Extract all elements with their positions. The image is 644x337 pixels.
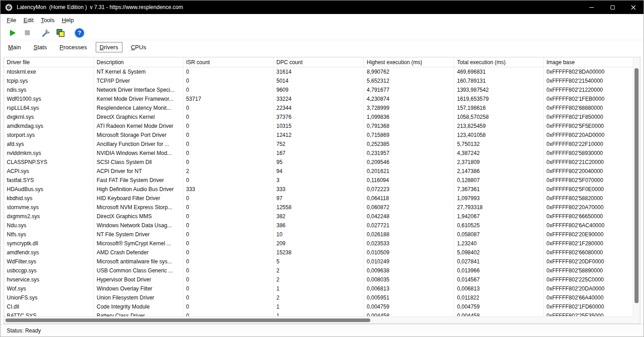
cell: 1 xyxy=(274,284,364,293)
table-row[interactable]: storport.sysMicrosoft Storage Port Drive… xyxy=(4,131,633,140)
cell: NT Kernel & System xyxy=(94,67,183,76)
table-row[interactable]: kbdhid.sysHID Keyboard Filter Driver0970… xyxy=(4,194,633,203)
menu-tools[interactable]: Tools xyxy=(37,16,58,24)
cell: 157,198616 xyxy=(454,103,544,112)
cell: ACPI Driver for NT xyxy=(94,167,183,176)
cell: 4,230874 xyxy=(364,94,454,103)
close-icon xyxy=(631,5,636,10)
cell: 0 xyxy=(183,302,274,311)
cell: 0,027841 xyxy=(454,257,544,266)
run-button[interactable] xyxy=(7,27,19,39)
cell: 0,231957 xyxy=(364,149,454,158)
cell: USB Common Class Generic ... xyxy=(94,266,183,275)
cell: Wof.sys xyxy=(4,284,94,293)
cell: 382 xyxy=(274,212,364,221)
table-row[interactable]: Ntfs.sysNT File System Driver0100,026188… xyxy=(4,230,633,239)
table-row[interactable]: CI.dllCode Integrity Module010,0047590,0… xyxy=(4,302,633,311)
cell: 0 xyxy=(183,257,274,266)
table-row[interactable]: usbccgp.sysUSB Common Class Generic ...0… xyxy=(4,266,633,275)
cell: Network Driver Interface Speci... xyxy=(94,85,183,94)
table-row[interactable]: BATTC.SYSBattery Class Driver010,0044580… xyxy=(4,311,633,316)
cell: 0 xyxy=(183,221,274,230)
table-row[interactable]: afd.sysAncillary Function Driver for ...… xyxy=(4,140,633,149)
menu-edit[interactable]: Edit xyxy=(20,16,37,24)
table-row[interactable]: Ndu.sysWindows Network Data Usag...03860… xyxy=(4,221,633,230)
layers-icon xyxy=(56,28,65,38)
tab-drivers[interactable]: Drivers xyxy=(96,42,122,52)
cell: 0,004458 xyxy=(454,311,544,316)
cell: 5,098402 xyxy=(454,248,544,257)
column-header-image-base[interactable]: Image base xyxy=(544,57,633,67)
table-row[interactable]: ACPI.sysACPI Driver for NT2940,2016212,1… xyxy=(4,167,633,176)
table-row[interactable]: HDAudBus.sysHigh Definition Audio Bus Dr… xyxy=(4,185,633,194)
tab-processes[interactable]: Processes xyxy=(56,42,91,52)
cell: 0 xyxy=(183,122,274,131)
column-header-description[interactable]: Description xyxy=(94,57,183,67)
table-row[interactable]: UnionFS.sysUnion Filesystem Driver020,00… xyxy=(4,293,633,302)
column-header-driver-file[interactable]: Driver file xyxy=(4,57,94,67)
table-row[interactable]: ndis.sysNetwork Driver Interface Speci..… xyxy=(4,85,633,94)
tab-main[interactable]: Main xyxy=(4,42,25,52)
cell: 1,23240 xyxy=(454,239,544,248)
table-row[interactable]: hvservice.sysHypervisor Boot Driver020,0… xyxy=(4,275,633,284)
horizontal-scrollbar[interactable] xyxy=(4,316,633,323)
minimize-button[interactable] xyxy=(581,0,602,14)
table-row[interactable]: WdFilter.sysMicrosoft antimalware file s… xyxy=(4,257,633,266)
cell: 0,004458 xyxy=(364,311,454,316)
table-row[interactable]: dxgmms2.sysDirectX Graphics MMS03820,042… xyxy=(4,212,633,221)
cell: 0,006813 xyxy=(454,284,544,293)
cell: 5014 xyxy=(274,76,364,85)
cell: 0 xyxy=(183,266,274,275)
column-header-dpc-count[interactable]: DPC count xyxy=(274,57,364,67)
table-row[interactable]: tcpip.sysTCP/IP Driver050145,652312160,7… xyxy=(4,76,633,85)
vertical-scrollbar[interactable] xyxy=(633,57,640,316)
cell: 9609 xyxy=(274,85,364,94)
table-row[interactable]: ntoskrnl.exeNT Kernel & System0316148,99… xyxy=(4,67,633,76)
menu-file[interactable]: File xyxy=(3,16,20,24)
table-row[interactable]: nvlddmkm.sysNVIDIA Windows Kernel Mod...… xyxy=(4,149,633,158)
report-button[interactable] xyxy=(55,27,66,39)
cell: 0xFFFFF802'1F850000 xyxy=(544,112,633,122)
help-icon: ? xyxy=(75,28,84,37)
cell: tcpip.sys xyxy=(4,76,94,85)
cell: 2 xyxy=(274,275,364,284)
cell: 167 xyxy=(274,149,364,158)
cell: symcryptk.dll xyxy=(4,239,94,248)
vertical-scrollbar-thumb[interactable] xyxy=(635,68,639,303)
menu-help[interactable]: Help xyxy=(58,16,78,24)
cell: 1 xyxy=(274,302,364,311)
column-header-highest-execution[interactable]: Highest execution (ms) xyxy=(364,57,454,67)
table-row[interactable]: fastfat.SYSFast FAT File System Driver03… xyxy=(4,176,633,185)
cell: 0,014567 xyxy=(454,275,544,284)
tab-stats[interactable]: Stats xyxy=(29,42,51,52)
cell: Fast FAT File System Driver xyxy=(94,176,183,185)
drivers-table: Driver file Description ISR count DPC co… xyxy=(4,57,640,324)
table-row[interactable]: Wof.sysWindows Overlay Filter010,0068130… xyxy=(4,284,633,293)
maximize-button[interactable] xyxy=(602,0,623,14)
window-title: LatencyMon (Home Edition ) v 7.31 - http… xyxy=(17,4,183,10)
table-row[interactable]: Wdf01000.sysKernel Mode Driver Framewor.… xyxy=(4,94,633,103)
cell: 0xFFFFF802'58820000 xyxy=(544,194,633,203)
table-row[interactable]: amdkmdag.sysATI Radeon Kernel Mode Drive… xyxy=(4,122,633,131)
cell: dxgkrnl.sys xyxy=(4,112,94,122)
column-header-total-execution[interactable]: Total execution (ms) xyxy=(454,57,544,67)
stop-button[interactable] xyxy=(21,27,33,39)
table-row[interactable]: dxgkrnl.sysDirectX Graphics Kernel037376… xyxy=(4,112,633,122)
table-row[interactable]: CLASSPNP.SYSSCSI Class System Dll0950,20… xyxy=(4,158,633,167)
table-row[interactable]: rspLLL64.sysResplendence Latency Monit..… xyxy=(4,103,633,112)
cell: rspLLL64.sys xyxy=(4,103,94,112)
cell: TCP/IP Driver xyxy=(94,76,183,85)
cell: Ndu.sys xyxy=(4,221,94,230)
help-button[interactable]: ? xyxy=(74,27,85,39)
column-header-isr-count[interactable]: ISR count xyxy=(183,57,274,67)
tab-cpus[interactable]: CPUs xyxy=(127,42,150,52)
horizontal-scrollbar-thumb[interactable] xyxy=(5,318,370,322)
table-row[interactable]: symcryptk.dllMicrosoft® SymCrypt Kernel … xyxy=(4,239,633,248)
cell: 7,367361 xyxy=(454,185,544,194)
cell: 0,026188 xyxy=(364,230,454,239)
options-button[interactable] xyxy=(40,27,52,39)
cell: 2 xyxy=(274,266,364,275)
close-button[interactable] xyxy=(623,0,644,14)
table-row[interactable]: stornvme.sysMicrosoft NVM Express Storp.… xyxy=(4,203,633,212)
table-row[interactable]: amdfendr.sysAMD Crash Defender0152380,01… xyxy=(4,248,633,257)
